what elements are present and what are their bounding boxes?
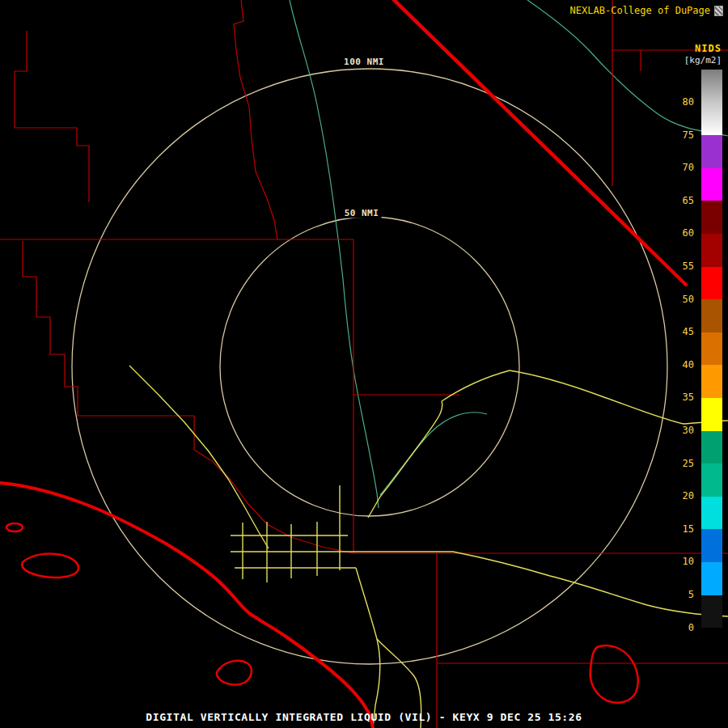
county-line: [234, 0, 277, 239]
scale-tick-label: 75: [670, 119, 694, 152]
coastline: [0, 483, 638, 728]
rivers: [290, 0, 728, 508]
road-line: [356, 568, 380, 728]
product-caption: DIGITAL VERTICALLY INTEGRATED LIQUID (VI…: [0, 711, 728, 723]
scale-tick-label: 65: [670, 184, 694, 218]
color-scale-segment: [701, 463, 722, 497]
scale-tick-label: 60: [670, 217, 694, 250]
county-line: [194, 416, 353, 553]
county-line: [15, 31, 89, 202]
vil-color-scale: [701, 70, 722, 628]
color-scale-segment: [701, 234, 722, 267]
scale-tick-label: 40: [670, 349, 694, 382]
island-outline: [217, 661, 252, 685]
units-label: [kg/m2]: [684, 55, 722, 66]
road-line: [442, 370, 510, 401]
state-boundary: [394, 0, 686, 285]
range-ring-50nmi: [220, 217, 519, 516]
island-outline: [22, 553, 78, 578]
product-code-label: NIDS: [695, 43, 722, 54]
state-line: [394, 0, 686, 285]
scale-tick-label: 35: [670, 381, 694, 414]
scale-tick-label: 45: [670, 315, 694, 349]
color-scale-segment: [701, 299, 722, 332]
brand-text: NEXLAB-College of DuPage: [570, 5, 710, 16]
scale-tick-label: 15: [670, 513, 694, 546]
color-scale-segment: [701, 332, 722, 366]
cod-flag-icon: [714, 6, 723, 16]
range-rings: [72, 69, 667, 664]
county-boundaries: [0, 0, 728, 728]
range-ring-100nmi: [72, 69, 667, 664]
coast-line: [0, 483, 373, 728]
island-outline: [6, 523, 23, 531]
color-scale-segment: [701, 267, 722, 300]
color-scale-segment: [701, 365, 722, 398]
color-scale-segment: [701, 529, 722, 562]
scale-tick-label: 55: [670, 250, 694, 283]
color-scale-tick-labels: 80 75 70 65 60 55 50 45 40 35 30 25 20 1…: [670, 86, 694, 644]
color-scale-segment: [701, 398, 722, 431]
color-scale-segment: [701, 135, 722, 168]
color-scale-segment: [701, 562, 722, 595]
outer-ring-label: 100 NMI: [341, 57, 387, 67]
river-line: [527, 0, 728, 136]
scale-tick-label: 10: [670, 545, 694, 578]
color-scale-segment: [701, 595, 722, 629]
color-scale-segment: [701, 201, 722, 234]
scale-tick-label: 25: [670, 447, 694, 480]
road-line: [510, 370, 728, 424]
road-line: [380, 401, 442, 497]
radar-map: [0, 0, 728, 728]
scale-tick-label: 5: [670, 578, 694, 612]
color-scale-segment: [701, 497, 722, 530]
color-scale-segment: [701, 431, 722, 464]
county-line: [23, 241, 194, 416]
inner-ring-label: 50 NMI: [342, 208, 382, 218]
header: NEXLAB-College of DuPage: [570, 5, 723, 16]
scale-tick-label: 20: [670, 480, 694, 513]
road-line: [129, 366, 269, 548]
scale-tick-label: 70: [670, 151, 694, 184]
radar-display: 100 NMI 50 NMI NEXLAB-College of DuPage …: [0, 0, 728, 728]
scale-tick-label: 80: [670, 86, 694, 119]
scale-tick-label: 30: [670, 414, 694, 447]
color-scale-segment: [701, 168, 722, 201]
color-scale-segment: [701, 70, 722, 103]
island-outline: [590, 645, 638, 703]
scale-tick-label: 50: [670, 283, 694, 316]
color-scale-segment: [701, 103, 722, 136]
scale-tick-label: 0: [670, 612, 694, 645]
